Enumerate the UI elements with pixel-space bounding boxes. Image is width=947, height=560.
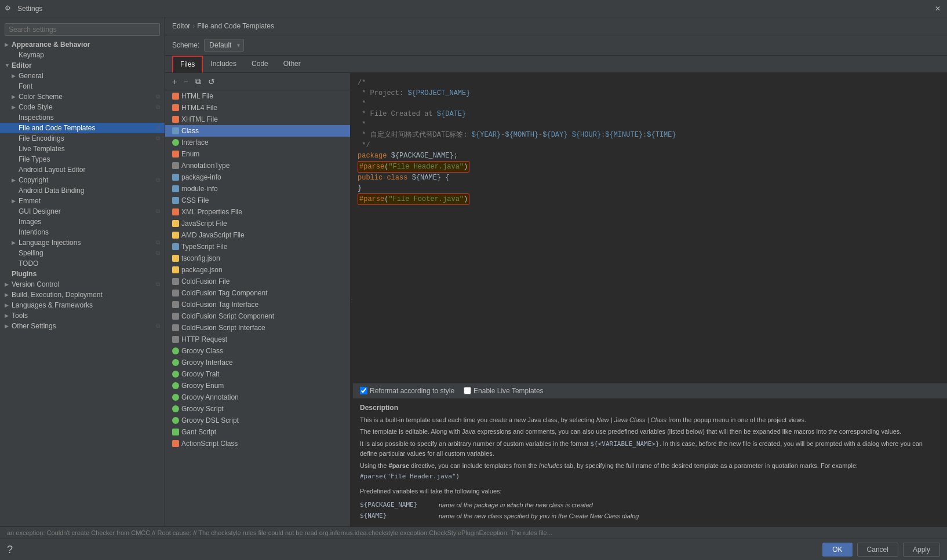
sidebar-item-gui-designer[interactable]: GUI Designer⧉ bbox=[0, 206, 165, 217]
file-item[interactable]: ColdFusion File bbox=[165, 276, 350, 287]
file-item[interactable]: XHTML File bbox=[165, 114, 350, 125]
sidebar-item-code-style[interactable]: ▶Code Style⧉ bbox=[0, 102, 165, 112]
file-item[interactable]: Groovy DSL Script bbox=[165, 415, 350, 426]
copy-setting-icon[interactable]: ⧉ bbox=[156, 239, 160, 246]
reformat-option[interactable]: Reformat according to style bbox=[360, 387, 454, 395]
sidebar-item-version-control[interactable]: ▶Version Control⧉ bbox=[0, 279, 165, 290]
sidebar-item-language-injections[interactable]: ▶Language Injections⧉ bbox=[0, 237, 165, 248]
cancel-button[interactable]: Cancel bbox=[857, 543, 898, 557]
file-item[interactable]: module-info bbox=[165, 183, 350, 195]
file-item[interactable]: AnnotationType bbox=[165, 160, 350, 171]
file-item[interactable]: HTTP Request bbox=[165, 334, 350, 345]
tab-includes[interactable]: Includes bbox=[203, 56, 244, 72]
code-area[interactable]: /* * Project: ${PROJECT_NAME} * * File C… bbox=[353, 73, 947, 383]
tab-other[interactable]: Other bbox=[276, 56, 308, 72]
copy-setting-icon[interactable]: ⧉ bbox=[156, 281, 160, 288]
file-item[interactable]: Class bbox=[165, 125, 350, 137]
sidebar-item-intentions[interactable]: Intentions bbox=[0, 227, 165, 237]
file-item[interactable]: HTML4 File bbox=[165, 102, 350, 114]
sidebar-item-other-settings[interactable]: ▶Other Settings⧉ bbox=[0, 321, 165, 331]
file-type-icon bbox=[172, 429, 179, 435]
file-item-name: Groovy Trait bbox=[181, 370, 219, 378]
reset-template-button[interactable]: ↺ bbox=[206, 76, 217, 87]
file-item[interactable]: AMD JavaScript File bbox=[165, 229, 350, 241]
copy-setting-icon[interactable]: ⧉ bbox=[156, 323, 160, 330]
sidebar-item-images[interactable]: Images bbox=[0, 217, 165, 227]
live-templates-checkbox[interactable] bbox=[464, 387, 471, 394]
scheme-select[interactable]: Default bbox=[204, 39, 244, 52]
sidebar-item-emmet[interactable]: ▶Emmet bbox=[0, 196, 165, 206]
file-item[interactable]: Gant Script bbox=[165, 426, 350, 438]
file-item[interactable]: ColdFusion Script Interface bbox=[165, 322, 350, 334]
sidebar-item-file-and-code-templates[interactable]: File and Code Templates⧉ bbox=[0, 123, 165, 133]
sidebar-item-label: Images bbox=[19, 218, 41, 226]
sidebar-item-file-types[interactable]: File Types bbox=[0, 154, 165, 164]
file-type-icon bbox=[172, 208, 179, 215]
file-item[interactable]: Groovy Interface bbox=[165, 357, 350, 368]
file-item[interactable]: package.json bbox=[165, 264, 350, 276]
copy-setting-icon[interactable]: ⧉ bbox=[156, 125, 160, 131]
file-type-icon bbox=[172, 185, 179, 192]
file-item-name: Groovy Script bbox=[181, 405, 224, 413]
copy-template-button[interactable]: ⧉ bbox=[193, 75, 203, 87]
file-item[interactable]: Interface bbox=[165, 137, 350, 148]
sidebar-item-languages---frameworks[interactable]: ▶Languages & Frameworks bbox=[0, 300, 165, 310]
file-item[interactable]: HTML File bbox=[165, 90, 350, 102]
sidebar-item-label: General bbox=[19, 72, 43, 80]
file-item[interactable]: ColdFusion Tag Interface bbox=[165, 299, 350, 310]
file-item[interactable]: Groovy Trait bbox=[165, 368, 350, 380]
sidebar-item-file-encodings[interactable]: File Encodings⧉ bbox=[0, 133, 165, 144]
tab-files[interactable]: Files bbox=[172, 56, 203, 73]
ok-button[interactable]: OK bbox=[822, 543, 852, 557]
tab-code[interactable]: Code bbox=[244, 56, 276, 72]
sidebar-item-font[interactable]: Font bbox=[0, 81, 165, 91]
file-item[interactable]: Groovy Annotation bbox=[165, 391, 350, 403]
add-template-button[interactable]: + bbox=[170, 76, 179, 87]
live-templates-option[interactable]: Enable Live Templates bbox=[464, 387, 544, 395]
sidebar-item-general[interactable]: ▶General bbox=[0, 71, 165, 81]
copy-setting-icon[interactable]: ⧉ bbox=[156, 93, 160, 100]
sidebar-item-inspections[interactable]: Inspections bbox=[0, 112, 165, 123]
sidebar-item-android-layout-editor[interactable]: Android Layout Editor bbox=[0, 164, 165, 175]
file-item[interactable]: ColdFusion Script Component bbox=[165, 310, 350, 322]
copy-setting-icon[interactable]: ⧉ bbox=[156, 177, 160, 184]
apply-button[interactable]: Apply bbox=[903, 543, 940, 557]
file-item[interactable]: Groovy Enum bbox=[165, 380, 350, 391]
reformat-checkbox[interactable] bbox=[360, 387, 367, 394]
file-item[interactable]: XML Properties File bbox=[165, 206, 350, 218]
file-item[interactable]: CSS File bbox=[165, 195, 350, 206]
sidebar: ▶Appearance & BehaviorKeymap▼Editor▶Gene… bbox=[0, 17, 165, 526]
file-item[interactable]: tsconfig.json bbox=[165, 252, 350, 264]
copy-setting-icon[interactable]: ⧉ bbox=[156, 104, 160, 111]
file-item[interactable]: Groovy Class bbox=[165, 345, 350, 357]
search-input[interactable] bbox=[5, 23, 160, 36]
sidebar-item-copyright[interactable]: ▶Copyright⧉ bbox=[0, 175, 165, 185]
sidebar-item-todo[interactable]: TODO bbox=[0, 258, 165, 269]
sidebar-item-editor[interactable]: ▼Editor bbox=[0, 60, 165, 71]
close-button[interactable]: ✕ bbox=[933, 4, 942, 13]
file-item[interactable]: ColdFusion Tag Component bbox=[165, 287, 350, 299]
file-item[interactable]: Enum bbox=[165, 148, 350, 160]
file-item[interactable]: TypeScript File bbox=[165, 241, 350, 252]
file-item[interactable]: JavaScript File bbox=[165, 218, 350, 229]
sidebar-item-spelling[interactable]: Spelling⧉ bbox=[0, 248, 165, 258]
file-item[interactable]: package-info bbox=[165, 171, 350, 183]
sidebar-item-tools[interactable]: ▶Tools bbox=[0, 310, 165, 321]
copy-setting-icon[interactable]: ⧉ bbox=[156, 250, 160, 257]
code-line: /* bbox=[358, 78, 942, 88]
copy-setting-icon[interactable]: ⧉ bbox=[156, 208, 160, 215]
file-item[interactable]: Groovy Script bbox=[165, 403, 350, 415]
sidebar-item-live-templates[interactable]: Live Templates bbox=[0, 144, 165, 154]
sidebar-item-color-scheme[interactable]: ▶Color Scheme⧉ bbox=[0, 91, 165, 102]
right-panel: Editor › File and Code Templates Scheme:… bbox=[165, 17, 947, 526]
sidebar-item-keymap[interactable]: Keymap bbox=[0, 50, 165, 60]
sidebar-item-appearance---behavior[interactable]: ▶Appearance & Behavior bbox=[0, 39, 165, 50]
file-item[interactable]: ActionScript Class bbox=[165, 438, 350, 449]
sidebar-item-android-data-binding[interactable]: Android Data Binding bbox=[0, 185, 165, 196]
file-list-panel: + − ⧉ ↺ HTML File HTML4 File XHTML File … bbox=[165, 73, 351, 526]
remove-template-button[interactable]: − bbox=[181, 76, 191, 87]
copy-setting-icon[interactable]: ⧉ bbox=[156, 135, 160, 142]
help-button[interactable]: ? bbox=[7, 544, 13, 556]
sidebar-item-build--execution--deployment[interactable]: ▶Build, Execution, Deployment bbox=[0, 290, 165, 300]
sidebar-item-plugins[interactable]: Plugins bbox=[0, 269, 165, 279]
